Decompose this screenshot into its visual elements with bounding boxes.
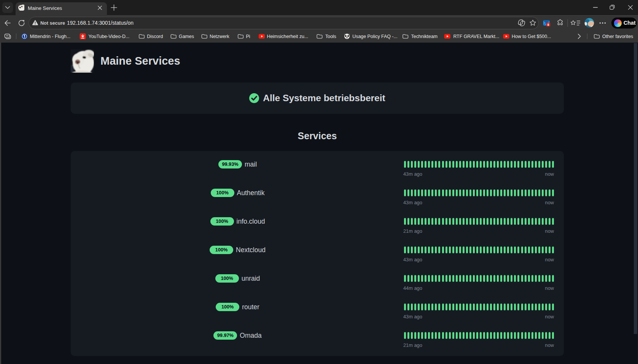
svg-text:8: 8 [547,23,549,27]
